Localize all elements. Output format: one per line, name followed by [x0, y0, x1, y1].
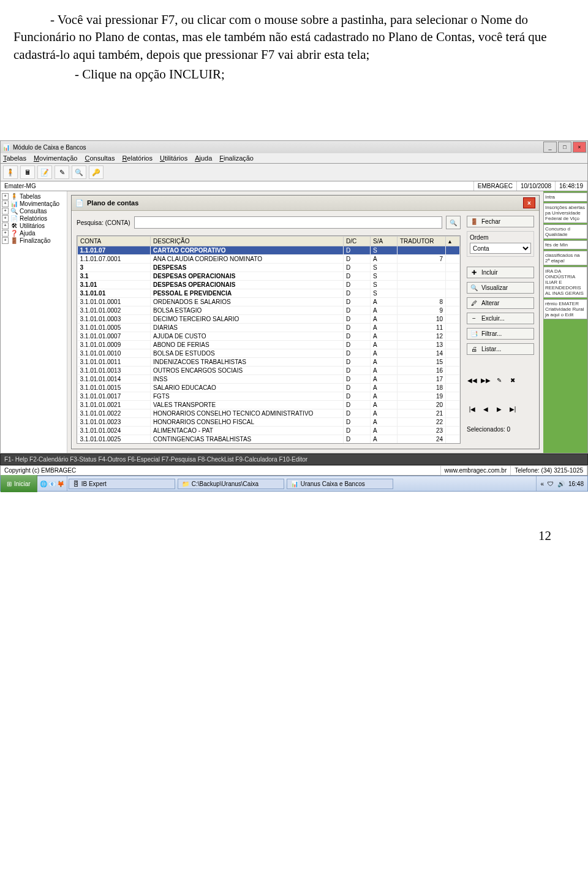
table-row[interactable]: 3.1.01.01.0003DECIMO TERCEIRO SALARIODA1… [78, 315, 460, 324]
magnify-icon: 🔍 [470, 284, 478, 291]
menu-consultas[interactable]: Consultas [85, 154, 115, 162]
expand-icon[interactable]: + [2, 222, 9, 229]
table-row[interactable]: 3.1DESPESAS OPERACIONAISDS [78, 272, 460, 281]
nav-fwd-icon[interactable]: ▶ [494, 406, 505, 412]
dialog-close-button[interactable]: × [523, 197, 535, 208]
fechar-button[interactable]: 🚪Fechar [467, 216, 534, 227]
table-row[interactable]: 3.1.01.01PESSOAL E PREVIDENCIADS [78, 289, 460, 298]
table-row[interactable]: 3.1.01.01.0007AJUDA DE CUSTODA12 [78, 332, 460, 341]
expand-icon[interactable]: + [2, 230, 9, 237]
col-conta[interactable]: CONTA [78, 237, 151, 246]
nav-last-icon[interactable]: ▶| [507, 406, 518, 412]
tree-item[interactable]: +🧍Tabelas [2, 192, 66, 200]
table-row[interactable]: 3.1.01.01.0010BOLSA DE ESTUDOSDA14 [78, 349, 460, 358]
taskbar-task[interactable]: 📁C:\Backup\Uranus\Caixa [178, 479, 284, 489]
expand-icon[interactable]: + [2, 215, 9, 222]
ql-firefox-icon[interactable]: 🦊 [57, 481, 64, 487]
expand-icon[interactable]: + [2, 237, 9, 244]
tool-search-icon[interactable]: 🔍 [72, 165, 86, 179]
tool-note-icon[interactable]: 📝 [37, 165, 52, 179]
tree-label: Finalização [20, 237, 51, 244]
table-row[interactable]: 3.1.01.01.0022HONORARIOS CONSELHO TECNIC… [78, 409, 460, 418]
tool-pen-icon[interactable]: ✎ [55, 165, 69, 179]
table-row[interactable]: 3.1.01.01.0005DIARIASDA11 [78, 324, 460, 332]
tree-node-icon: 🛠 [10, 222, 18, 229]
tree-item[interactable]: +🚪Finalização [2, 237, 66, 244]
tool-person-icon[interactable]: 🧍 [3, 165, 18, 179]
plus-icon: ✚ [470, 269, 478, 276]
taskbar-task[interactable]: 📊Uranus Caixa e Bancos [287, 479, 393, 489]
ql-outlook-icon[interactable]: 📧 [48, 481, 56, 487]
nav-del-icon[interactable]: ✖ [507, 377, 518, 384]
nav-first2-icon[interactable]: |◀ [467, 406, 478, 412]
selected-count: Selecionados: 0 [467, 426, 534, 433]
close-window-button[interactable]: × [573, 142, 586, 153]
table-row[interactable]: 3.1.01.01.0011INDENIZACOES TRABALHISTASD… [78, 358, 460, 367]
filter-icon: 📑 [470, 330, 478, 337]
menu-movimentacao[interactable]: Movimentação [34, 154, 78, 162]
search-input[interactable] [134, 216, 442, 229]
tray-chevron-icon[interactable]: « [540, 481, 544, 487]
nav-back-icon[interactable]: ◀ [480, 406, 491, 412]
tree-item[interactable]: +🛠Utilitários [2, 222, 66, 229]
table-row[interactable]: 3DESPESASDS [78, 264, 460, 272]
menu-finalizacao[interactable]: Finalização [219, 154, 254, 162]
tree-item[interactable]: +❓Ajuda [2, 229, 66, 237]
tree-item[interactable]: +🔍Consultas [2, 207, 66, 215]
table-row[interactable]: 1.1.01.07.0001ANA CLAUDIA CORDEIRO NOMIN… [78, 255, 460, 264]
table-row[interactable]: 1.1.01.07CARTAO CORPORATIVODS [78, 246, 460, 255]
tool-key-icon[interactable]: 🔑 [89, 165, 104, 179]
col-dc[interactable]: D/C [344, 237, 371, 246]
alterar-button[interactable]: 🖉Alterar [467, 297, 534, 309]
nav-first-icon[interactable]: ◀◀ [467, 377, 478, 384]
task-label: C:\Backup\Uranus\Caixa [192, 481, 259, 487]
ql-ie-icon[interactable]: 🌐 [40, 481, 47, 487]
maximize-button[interactable]: □ [558, 142, 571, 153]
tray-sound-icon[interactable]: 🔊 [557, 481, 565, 487]
table-row[interactable]: 3.1.01.01.0025CONTINGENCIAS TRABALHISTAS… [78, 435, 460, 444]
table-row[interactable]: 3.1.01.01.0021VALES TRANSPORTEDA20 [78, 401, 460, 409]
nav-edit-icon[interactable]: ✎ [494, 377, 505, 384]
menu-ajuda[interactable]: Ajuda [195, 154, 212, 162]
tree-item[interactable]: +📊Movimentação [2, 200, 66, 207]
table-row[interactable]: 3.1.01.01.0024ALIMENTACAO - PATDA23 [78, 427, 460, 435]
accounts-grid[interactable]: CONTA DESCRIÇÃO D/C S/A TRADUTOR ▴ 1.1.0… [77, 235, 461, 444]
table-row[interactable]: 3.1.01.01.0001ORDENADOS E SALARIOSDA8 [78, 298, 460, 306]
table-row[interactable]: 3.1.01.01.0013OUTROS ENCARGOS SOCIAISDA1… [78, 367, 460, 375]
table-row[interactable]: 3.1.01.01.0017FGTSDA19 [78, 392, 460, 401]
excluir-button[interactable]: −Excluir... [467, 313, 534, 324]
search-button-icon[interactable]: 🔍 [446, 216, 461, 229]
table-row[interactable]: 3.1.01.01.0023HONORARIOS CONSELHO FISCAL… [78, 418, 460, 427]
expand-icon[interactable]: + [2, 193, 9, 200]
footer-site: www.embragec.com.br [441, 466, 511, 475]
visualizar-button[interactable]: 🔍Visualizar [467, 282, 534, 294]
menu-bar: Tabelas Movimentação Consultas Relatório… [0, 153, 588, 164]
tree-label: Tabelas [20, 193, 40, 200]
menu-tabelas[interactable]: Tabelas [3, 154, 26, 162]
menu-utilitarios[interactable]: Utilitários [160, 154, 187, 162]
taskbar-task[interactable]: 🗄IB Expert [69, 479, 175, 489]
table-row[interactable]: 3.1.01.01.0014INSSDA17 [78, 375, 460, 384]
col-sa[interactable]: S/A [371, 237, 398, 246]
expand-icon[interactable]: + [2, 208, 9, 215]
expand-icon[interactable]: + [2, 200, 9, 207]
table-row[interactable]: 3.1.01.01.0002BOLSA ESTAGIODA9 [78, 306, 460, 315]
ad-snippet: rêmio EMATER Criatividade Rural ja aqui … [543, 299, 587, 319]
minimize-button[interactable]: _ [543, 142, 557, 153]
incluir-button[interactable]: ✚Incluir [467, 267, 534, 278]
nav-prev-icon[interactable]: ▶▶ [480, 377, 491, 384]
table-row[interactable]: 3.1.01DESPESAS OPERACIONAISDS [78, 281, 460, 289]
filtrar-button[interactable]: 📑Filtrar... [467, 328, 534, 340]
col-tradutor[interactable]: TRADUTOR [398, 237, 446, 246]
ordem-select[interactable]: Conta [470, 243, 531, 254]
listar-button[interactable]: 🖨Listar... [467, 343, 534, 355]
ad-snippet: IRA DA OINDÚSTRIA ILIAR E REENDEDORIS AL… [543, 267, 587, 298]
tray-shield-icon[interactable]: 🛡 [548, 481, 554, 487]
table-row[interactable]: 3.1.01.01.0015SALARIO EDUCACAODA18 [78, 384, 460, 392]
tree-item[interactable]: +📄Relatórios [2, 215, 66, 222]
tool-calc-icon[interactable]: 🖩 [20, 165, 35, 179]
table-row[interactable]: 3.1.01.01.0009ABONO DE FERIASDA13 [78, 341, 460, 349]
menu-relatorios[interactable]: Relatórios [122, 154, 153, 162]
start-button[interactable]: ⊞Iniciar [1, 475, 37, 492]
col-descricao[interactable]: DESCRIÇÃO [151, 237, 344, 246]
